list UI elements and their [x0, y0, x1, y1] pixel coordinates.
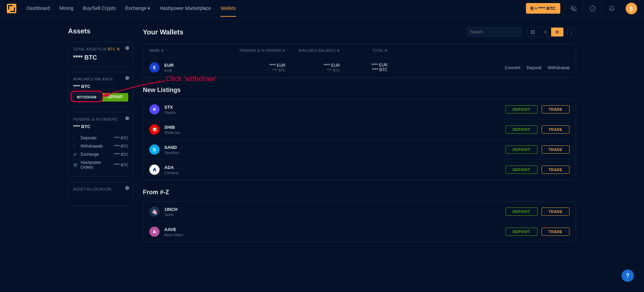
trade-button[interactable]: TRADE — [542, 228, 569, 236]
info-icon[interactable] — [125, 76, 130, 80]
total-value: **** BTC — [73, 54, 128, 61]
coin-name: Aave token — [164, 233, 183, 237]
btc-balance-button[interactable]: ⎘ ≈ **** BTC — [526, 3, 560, 14]
compact-view-button[interactable] — [551, 28, 563, 36]
coin-symbol: 1INCH — [164, 207, 178, 212]
coin-icon: ✕ — [149, 104, 160, 114]
col-total[interactable]: TOTAL ⇅ — [340, 49, 387, 52]
from-az-title: From #-Z — [143, 189, 576, 196]
pending-row: ↓Deposits**** BTC — [73, 134, 128, 142]
deposit-button[interactable]: DEPOSIT — [506, 208, 538, 216]
listing-row[interactable]: 🐶SHIBShiba Inu DEPOSITTRADE — [143, 119, 576, 139]
coin-name: EUR — [164, 68, 174, 73]
coin-symbol: EUR — [164, 63, 174, 68]
action-withdrawal[interactable]: Withdrawal — [548, 65, 569, 70]
total-amount: **** EUR — [340, 63, 387, 67]
assets-title: Assets — [68, 27, 133, 35]
svg-rect-13 — [531, 32, 532, 34]
listing-row[interactable]: 🦄1INCH1inch DEPOSITTRADE — [143, 202, 576, 221]
info-icon[interactable] — [125, 186, 130, 190]
pending-amount: **** EUR — [231, 63, 285, 68]
more-menu-button[interactable]: ⋮ — [567, 28, 576, 36]
trade-button[interactable]: TRADE — [542, 208, 569, 216]
avatar[interactable]: ₿ — [626, 3, 637, 14]
nav-buy-sell-crypto[interactable]: Buy/Sell Crypto — [83, 0, 116, 17]
trade-button[interactable]: TRADE — [542, 125, 569, 134]
trade-button[interactable]: TRADE — [542, 166, 569, 174]
svg-text:₿: ₿ — [630, 5, 633, 11]
avail-sub: **** BTC — [285, 68, 340, 72]
col-available[interactable]: AVAILABLE BALANCE ⇅ — [285, 49, 340, 52]
pending-row: 🛒Hashpower Orders**** BTC — [73, 158, 128, 171]
search-input[interactable] — [470, 30, 521, 34]
action-convert[interactable]: Convert — [505, 65, 521, 70]
wallets-table: NAME ⇅ PENDING & IN ORDERS ⇅ AVAILABLE B… — [143, 44, 576, 78]
action-deposit[interactable]: Deposit — [527, 65, 542, 70]
trade-button[interactable]: TRADE — [542, 105, 569, 113]
coin-symbol: STX — [164, 105, 176, 110]
row-label: Hashpower Orders — [81, 160, 114, 170]
coin-icon: 🦄 — [149, 206, 160, 217]
coin-name: Cardano — [164, 171, 179, 175]
total-assets-card: TOTAL ASSETS IN BTC ⇅ **** BTC — [68, 42, 133, 66]
listing-row[interactable]: ₳ADACardano DEPOSITTRADE — [143, 159, 576, 180]
allocation-label: ASSET ALLOCATION — [73, 187, 128, 191]
grid-view-button[interactable] — [527, 28, 539, 36]
pending-sub: **** BTC — [231, 68, 285, 72]
total-sub: **** BTC — [340, 67, 387, 72]
coin-name: Shiba Inu — [164, 130, 180, 135]
deposit-button[interactable]: DEPOSIT — [506, 145, 538, 154]
bell-icon[interactable] — [602, 0, 621, 17]
total-currency-toggle[interactable]: BTC ⇅ — [108, 47, 120, 51]
pending-value: **** BTC — [73, 124, 128, 129]
svg-rect-11 — [531, 30, 532, 32]
coin-name: Sandbox — [164, 151, 179, 155]
coin-symbol: SHIB — [164, 125, 180, 130]
new-listings: ✕STXStacks DEPOSITTRADE🐶SHIBShiba Inu DE… — [143, 99, 576, 180]
deposit-button[interactable]: DEPOSIT — [102, 93, 128, 102]
asset-allocation-card: ASSET ALLOCATION — [68, 182, 133, 206]
row-label: Deposits — [81, 136, 114, 140]
from-az-list: 🦄1INCH1inch DEPOSITTRADEAAAVEAave token … — [143, 201, 576, 242]
svg-point-8 — [125, 186, 129, 190]
info-icon[interactable] — [583, 0, 602, 17]
row-label: Exchange — [81, 152, 114, 157]
nav-dashboard[interactable]: Dashboard — [27, 0, 50, 17]
row-icon: ↓ — [73, 136, 78, 140]
row-value: **** BTC — [114, 152, 128, 156]
info-icon[interactable] — [125, 46, 130, 50]
coin-icon: ₳ — [149, 165, 160, 175]
nav-hashpower-marketplace[interactable]: Hashpower Marketplace — [160, 0, 211, 17]
listing-row[interactable]: ✕STXStacks DEPOSITTRADE — [143, 99, 576, 119]
col-pending[interactable]: PENDING & IN ORDERS ⇅ — [231, 49, 285, 52]
wallets-title: Your Wallets — [143, 28, 467, 36]
deposit-button[interactable]: DEPOSIT — [506, 228, 538, 236]
trade-button[interactable]: TRADE — [542, 145, 569, 154]
listing-row[interactable]: SSANDSandbox DEPOSITTRADE — [143, 139, 576, 159]
deposit-button[interactable]: DEPOSIT — [506, 125, 538, 134]
pending-row: ↑Withdrawals**** BTC — [73, 142, 128, 150]
nav-wallets[interactable]: Wallets — [220, 0, 236, 17]
listing-row[interactable]: AAAVEAave token DEPOSITTRADE — [143, 221, 576, 242]
info-icon[interactable] — [125, 116, 130, 121]
search-box[interactable] — [467, 27, 522, 37]
coin-icon: 🐶 — [149, 124, 160, 135]
col-name[interactable]: NAME ⇅ — [149, 49, 231, 52]
row-icon: ↑ — [73, 144, 78, 149]
coin-icon: A — [149, 227, 160, 237]
nav-mining[interactable]: Mining — [60, 0, 73, 17]
withdraw-button[interactable]: WITHDRAW — [73, 93, 100, 102]
coin-name: 1inch — [164, 213, 178, 217]
list-view-button[interactable] — [539, 28, 551, 36]
logo[interactable] — [7, 4, 16, 13]
pending-row: ⇄Exchange**** BTC — [73, 150, 128, 158]
deposit-button[interactable]: DEPOSIT — [506, 105, 538, 113]
help-button[interactable]: ? — [622, 270, 634, 282]
nav-exchange-[interactable]: Exchange ▾ — [125, 0, 150, 17]
row-icon: 🛒 — [73, 163, 78, 167]
hide-balance-icon[interactable] — [564, 0, 583, 17]
wallet-row[interactable]: €EUREUR **** EUR**** BTC **** EUR**** BT… — [143, 57, 576, 77]
pending-card: PENDING & IN ORDERS **** BTC ↓Deposits**… — [68, 112, 133, 176]
pending-label: PENDING & IN ORDERS — [73, 117, 128, 121]
deposit-button[interactable]: DEPOSIT — [506, 166, 538, 174]
